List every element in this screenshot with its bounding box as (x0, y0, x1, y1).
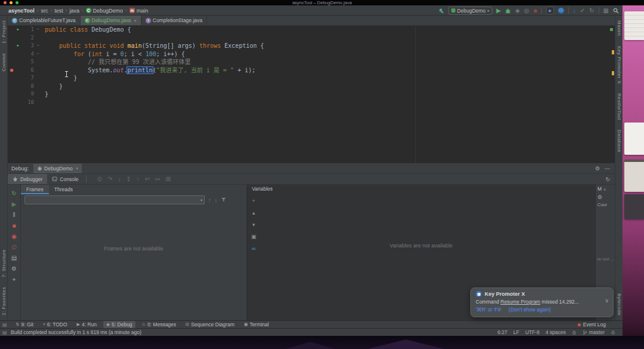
step-over-icon[interactable]: ↷ (107, 176, 112, 182)
gutter[interactable]: ▶3− (8, 42, 41, 50)
plugin-badge-icon[interactable]: ◈ (546, 7, 554, 14)
resume-icon[interactable]: ▶ (12, 201, 17, 207)
gutter[interactable]: 5 (8, 58, 41, 66)
restore-layout-icon[interactable]: ↻ (605, 176, 610, 182)
settings-icon[interactable]: ⚙ (11, 265, 17, 272)
step-out-icon[interactable]: ↑ (137, 176, 140, 182)
history-icon[interactable]: ↻ (589, 5, 594, 16)
rerun-icon[interactable]: ↻ (11, 190, 16, 197)
thread-selector-combo[interactable]: ▾ (24, 195, 205, 204)
code-editor[interactable]: ▶1−public class DebugDemo {2▶3− public s… (8, 26, 615, 163)
memory-settings-icon[interactable]: ⚙ (597, 194, 602, 200)
code-line[interactable]: 9} (8, 90, 615, 99)
debug-session-tab[interactable]: DebugDemo × (33, 164, 82, 173)
show-execution-point-icon[interactable]: ⊙ (97, 176, 102, 182)
tool-stripe-button[interactable]: Key Promoter X (617, 46, 622, 84)
breadcrumb-item[interactable]: asyncTool (8, 8, 35, 14)
code-line[interactable]: ●6 System.out.println("我进来了, 当前 i 是 = " … (8, 66, 615, 75)
notification-balloon[interactable]: Key Promoter X Command Resume Program mi… (470, 287, 614, 317)
inspections-status-icon[interactable] (610, 28, 613, 31)
breadcrumb-item[interactable]: CDebugDemo (86, 8, 124, 14)
run-line-icon[interactable]: ▶ (16, 42, 21, 50)
project-structure-icon[interactable]: ▦ (603, 5, 609, 16)
tab-console[interactable]: Console (47, 174, 83, 184)
breadcrumb-item[interactable]: src (41, 8, 48, 14)
mute-breakpoints-icon[interactable]: ∅ (11, 244, 17, 250)
globe-icon[interactable] (558, 8, 564, 14)
search-everywhere-icon[interactable] (613, 8, 619, 14)
fold-icon[interactable]: − (35, 26, 41, 34)
coverage-icon[interactable]: ◈ (515, 5, 520, 16)
line-ending-widget[interactable]: LF (513, 329, 519, 335)
status-message[interactable]: Build completed successfully in 1 s 619 … (11, 329, 141, 336)
indent-widget[interactable]: 4 spaces (546, 329, 566, 335)
code-line[interactable]: ▶1−public class DebugDemo { (8, 26, 615, 34)
tool-stripe-button[interactable]: 2: Favorites (1, 287, 7, 316)
add-watch-icon[interactable]: + (252, 198, 255, 204)
tab-debugger[interactable]: Debugger (8, 174, 47, 184)
build-hammer-icon[interactable] (438, 8, 444, 14)
hide-panel-icon[interactable]: — (605, 166, 610, 172)
run-line-icon[interactable]: ▶ (16, 26, 21, 34)
tab-frames[interactable]: Frames (21, 185, 49, 194)
gutter[interactable]: ●6 (8, 66, 41, 75)
frame-up-icon[interactable]: ↑ (208, 197, 211, 203)
gutter[interactable]: 9 (8, 90, 41, 99)
toolwindow-button-todo[interactable]: ≡6: TODO (40, 321, 70, 328)
profiler-icon[interactable]: ◎ (524, 5, 529, 16)
window-titlebar[interactable]: asyncTool – DebugDemo.java (0, 0, 644, 5)
fold-icon[interactable]: − (35, 50, 41, 59)
gutter[interactable]: 2 (8, 34, 41, 42)
vcs-update-icon[interactable]: ↓ (573, 5, 576, 16)
editor-tab[interactable]: C CompletableFutureT.java (8, 16, 81, 25)
window-switcher-icon[interactable]: ▤ (2, 322, 7, 327)
code-line[interactable]: 8 } (8, 82, 615, 91)
gutter[interactable]: 4− (8, 50, 41, 59)
frame-down-icon[interactable]: ↓ (215, 197, 218, 203)
event-log-button[interactable]: Event Log (578, 322, 606, 327)
close-session-icon[interactable]: × (76, 166, 79, 171)
caret-position-widget[interactable]: 6:27 (497, 329, 507, 335)
run-button-icon[interactable]: ▶ (497, 5, 501, 16)
tool-stripe-button[interactable]: 1: Project (1, 20, 7, 44)
notifications-bell-icon[interactable] (611, 330, 615, 335)
chevron-down-icon[interactable]: ∨ (603, 187, 606, 191)
lock-icon[interactable] (572, 330, 577, 335)
layout-settings-icon[interactable]: ⚙ (595, 166, 600, 172)
close-tab-icon[interactable]: × (134, 18, 137, 23)
breadcrumb-item[interactable]: mmain (130, 8, 149, 14)
gutter[interactable]: 8 (8, 82, 41, 91)
code-line[interactable]: 10 (8, 99, 615, 107)
breadcrumb-item[interactable]: test (54, 8, 63, 14)
run-config-selector[interactable]: DebugDemo ▾ (448, 7, 492, 15)
force-step-into-icon[interactable]: ↧ (126, 176, 131, 182)
code-line[interactable]: 5 // 我只想在第 99 次进入该循环体里 (8, 58, 615, 66)
editor-tab[interactable]: I CompletionStage.java (141, 16, 207, 25)
tool-stripe-button[interactable]: Database (617, 130, 622, 152)
scroll-down-icon[interactable]: ▾ (252, 222, 255, 228)
run-to-cursor-icon[interactable]: ↦ (155, 176, 160, 182)
step-into-icon[interactable]: ↓ (118, 176, 121, 182)
toolwindow-button-messages[interactable]: ⚠0: Messages (139, 321, 179, 328)
toolwindow-button-run[interactable]: ▶4: Run (74, 321, 100, 328)
tool-stripe-button[interactable]: Maven (617, 20, 622, 36)
drop-frame-icon[interactable]: ↩ (145, 176, 150, 182)
code-line[interactable]: 4− for (int i = 0; i < 100; i++) { (8, 50, 615, 59)
code-line[interactable]: ▶3− public static void main(String[] arg… (8, 42, 615, 50)
toolwindow-toggle-icon[interactable]: ▤ (2, 330, 7, 335)
tool-stripe-button[interactable]: 7: Structure (1, 249, 7, 277)
duplicate-icon[interactable]: ▣ (251, 234, 257, 240)
git-branch-widget[interactable]: master (583, 329, 605, 335)
tab-threads[interactable]: Threads (49, 185, 78, 194)
code-line[interactable]: 7 } (8, 74, 615, 82)
chevron-down-icon[interactable]: ∨ (605, 298, 609, 304)
stop-icon[interactable]: ■ (12, 222, 16, 229)
evaluate-expression-icon[interactable]: ⊞ (165, 176, 170, 182)
toolwindow-button-terminal[interactable]: ▣Terminal (241, 321, 272, 328)
scroll-up-icon[interactable]: ▴ (252, 210, 255, 216)
breadcrumb-item[interactable]: java (69, 8, 79, 14)
tool-stripe-button[interactable]: Commit (1, 53, 7, 72)
editor-tab-active[interactable]: C DebugDemo.java × (81, 16, 141, 25)
thread-dump-icon[interactable]: ▤ (11, 255, 17, 261)
fold-icon[interactable]: − (35, 42, 41, 50)
